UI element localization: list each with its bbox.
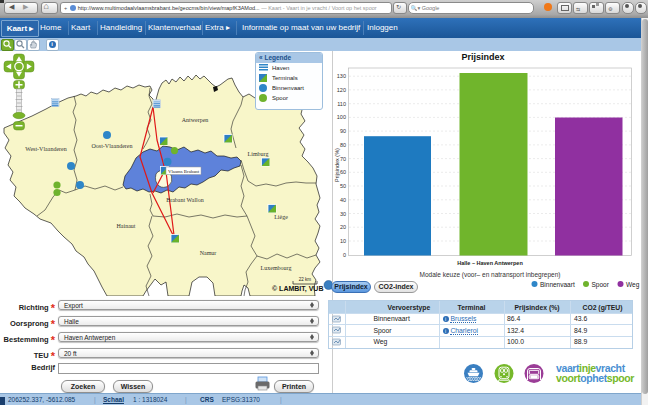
svg-text:20: 20: [340, 224, 346, 230]
svg-text:Modale keuze (voor– en natrans: Modale keuze (voor– en natransport inbeg…: [420, 271, 561, 279]
svg-text:60: 60: [340, 169, 346, 175]
svg-text:0: 0: [343, 252, 346, 258]
svg-text:30: 30: [340, 211, 346, 217]
svg-text:100: 100: [337, 114, 346, 120]
svg-text:Liège: Liège: [274, 214, 288, 220]
svg-text:Vlaams Brabant: Vlaams Brabant: [168, 169, 200, 174]
svg-text:Luxembourg: Luxembourg: [261, 265, 292, 271]
svg-text:130: 130: [337, 73, 346, 79]
svg-text:70: 70: [340, 156, 346, 162]
svg-text:90: 90: [340, 128, 346, 134]
svg-text:10: 10: [340, 238, 346, 244]
svg-text:Brabant Wallon: Brabant Wallon: [166, 197, 204, 203]
svg-text:Halle – Haven Antwerpen: Halle – Haven Antwerpen: [457, 260, 523, 266]
svg-text:Namur: Namur: [200, 250, 217, 256]
svg-text:Oost-Vlaanderen: Oost-Vlaanderen: [92, 143, 133, 149]
svg-text:Binnenvaart: Binnenvaart: [540, 281, 575, 288]
svg-text:Prijsindex (%): Prijsindex (%): [334, 148, 340, 182]
svg-text:Antwerpen: Antwerpen: [182, 117, 209, 123]
svg-text:© LAMBIT, VUB: © LAMBIT, VUB: [272, 285, 323, 293]
svg-text:Prijsindex: Prijsindex: [461, 52, 504, 62]
svg-text:50: 50: [340, 183, 346, 189]
svg-text:40: 40: [340, 197, 346, 203]
svg-text:110: 110: [337, 101, 346, 107]
svg-text:Hainaut: Hainaut: [117, 223, 136, 229]
svg-text:Weg: Weg: [626, 281, 640, 289]
svg-text:Spoor: Spoor: [592, 281, 610, 289]
svg-text:80: 80: [340, 142, 346, 148]
svg-text:West-Vlaanderen: West-Vlaanderen: [25, 146, 67, 152]
svg-text:Limburg: Limburg: [248, 151, 269, 157]
svg-text:22 km: 22 km: [299, 277, 312, 282]
svg-text:120: 120: [337, 87, 346, 93]
